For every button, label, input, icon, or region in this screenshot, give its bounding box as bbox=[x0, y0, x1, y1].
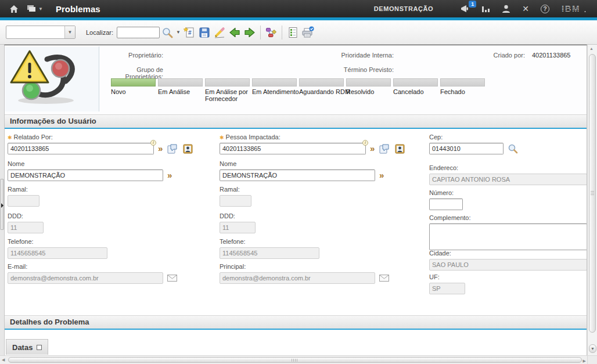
owner-label: Proprietário: bbox=[103, 52, 163, 59]
affected-person-input[interactable] bbox=[220, 143, 366, 154]
sidebar-expand-handle[interactable] bbox=[0, 179, 4, 230]
status-em-analise-fornecedor: Em Análise por Fornecedor bbox=[205, 78, 250, 102]
dates-label: Datas bbox=[12, 343, 33, 352]
reported-ramal-input bbox=[8, 195, 39, 207]
field-complement: Complemento: bbox=[429, 214, 587, 253]
home-icon[interactable] bbox=[9, 5, 19, 13]
previous-record-icon[interactable] bbox=[227, 25, 242, 40]
field-cep: Cep: bbox=[429, 134, 518, 154]
field-reported-ddd: DDD: bbox=[8, 212, 44, 233]
uf-input bbox=[429, 283, 465, 294]
contact-log-icon[interactable] bbox=[379, 143, 390, 154]
scroll-down-icon[interactable]: ▼ bbox=[589, 344, 596, 353]
record-header: Proprietário: Grupo de Proprietários: Pr… bbox=[5, 45, 587, 114]
field-reported-phone: Telefone: bbox=[8, 238, 107, 259]
new-record-icon[interactable]: # bbox=[182, 25, 197, 40]
status-aguardando-rdm: Aguardando RDM bbox=[299, 78, 344, 102]
field-reported-by: ✱Relatado Por: i » bbox=[8, 134, 193, 154]
detail-menu-icon[interactable]: » bbox=[158, 145, 163, 153]
scrollbar-corner bbox=[587, 355, 597, 364]
reported-name-input[interactable] bbox=[8, 170, 163, 181]
status-fechado: Fechado bbox=[440, 78, 485, 102]
field-affected-email: Principal: bbox=[220, 263, 389, 284]
person-details-icon[interactable] bbox=[394, 143, 405, 154]
scroll-right-icon[interactable]: ▶ bbox=[583, 359, 586, 363]
affected-name-input[interactable] bbox=[220, 170, 375, 181]
email-icon[interactable] bbox=[379, 275, 389, 282]
info-icon[interactable]: i bbox=[150, 140, 156, 146]
affected-email-input bbox=[220, 272, 375, 284]
clear-changes-icon[interactable] bbox=[212, 25, 227, 40]
created-by-label: Criado por: bbox=[469, 52, 525, 59]
horizontal-scroll-thumb[interactable]: ▶ bbox=[8, 357, 582, 363]
svg-text:#: # bbox=[188, 30, 192, 36]
reports-icon[interactable] bbox=[285, 25, 300, 40]
logout-icon[interactable]: ✕ bbox=[522, 5, 529, 13]
maximize-icon[interactable] bbox=[37, 345, 42, 350]
field-affected-name: Nome » bbox=[220, 160, 384, 181]
help-icon[interactable]: ? bbox=[541, 5, 549, 13]
next-record-icon[interactable] bbox=[242, 25, 257, 40]
field-affected-person: ✱Pessoa Impactada: i » bbox=[220, 134, 405, 154]
email-icon[interactable] bbox=[167, 275, 177, 282]
save-icon[interactable] bbox=[197, 25, 212, 40]
status-workflow-bar: Novo Em Análise Em Análise por Fornecedo… bbox=[111, 78, 487, 102]
field-reported-name: Nome » bbox=[8, 160, 172, 181]
ibm-logo: IBM bbox=[561, 4, 587, 13]
field-city: Cidade: bbox=[429, 250, 587, 271]
horizontal-scrollbar[interactable]: ◀ ▶ bbox=[0, 355, 587, 364]
main-content: Proprietário: Grupo de Proprietários: Pr… bbox=[4, 45, 587, 355]
vertical-scrollbar[interactable]: ▲ ▼ bbox=[587, 45, 597, 355]
detail-menu-icon[interactable]: » bbox=[370, 145, 375, 153]
search-caret-icon[interactable]: ▼ bbox=[176, 30, 181, 35]
contact-log-icon[interactable] bbox=[167, 143, 178, 154]
address-input bbox=[429, 174, 587, 185]
status-cancelado: Cancelado bbox=[393, 78, 438, 102]
cep-input[interactable] bbox=[429, 143, 504, 154]
field-affected-ddd: DDD: bbox=[220, 212, 256, 233]
info-icon[interactable]: i bbox=[362, 140, 368, 146]
record-type-icon bbox=[5, 46, 99, 111]
status-em-atendimento: Em Atendimento bbox=[252, 78, 297, 102]
action-select[interactable]: ▼ bbox=[6, 26, 75, 39]
affected-ramal-input bbox=[220, 195, 251, 207]
find-input[interactable] bbox=[117, 27, 160, 38]
announcements-icon[interactable]: 1 bbox=[460, 5, 470, 13]
number-input[interactable] bbox=[429, 199, 463, 210]
scroll-up-icon[interactable]: ▲ bbox=[589, 46, 594, 51]
combo-caret-icon[interactable]: ▼ bbox=[64, 26, 75, 38]
toolbar-separator bbox=[260, 26, 261, 39]
print-icon[interactable] bbox=[300, 25, 315, 40]
complement-textarea[interactable] bbox=[429, 224, 587, 250]
field-reported-ramal: Ramal: bbox=[8, 186, 39, 207]
application-window: ▼ Problemas DEMONSTRAÇÃO 1 ✕ ? IBM bbox=[0, 0, 597, 364]
find-label: Localizar: bbox=[86, 29, 113, 36]
status-resolvido: Resolvido bbox=[346, 78, 391, 102]
page-title: Problemas bbox=[56, 4, 100, 14]
workflow-icon[interactable] bbox=[264, 25, 279, 40]
city-input bbox=[429, 259, 587, 271]
reported-phone-input bbox=[8, 247, 107, 259]
status-em-analise: Em Análise bbox=[158, 78, 203, 102]
charts-icon[interactable] bbox=[481, 5, 490, 13]
cep-lookup-icon[interactable] bbox=[508, 143, 518, 154]
reported-ddd-input bbox=[8, 222, 44, 233]
scroll-left-icon[interactable]: ◀ bbox=[2, 358, 5, 362]
created-by-value: 40201133865 bbox=[532, 52, 570, 59]
reported-by-input[interactable] bbox=[8, 143, 154, 154]
vertical-scroll-thumb[interactable] bbox=[589, 54, 596, 333]
screens-caret-icon: ▼ bbox=[38, 6, 43, 12]
person-details-icon[interactable] bbox=[182, 143, 193, 154]
search-icon[interactable] bbox=[160, 25, 175, 40]
reported-email-input bbox=[8, 272, 163, 284]
status-novo: Novo bbox=[111, 78, 156, 102]
toolbar: ▼ Localizar: ▼ # bbox=[0, 20, 597, 45]
field-affected-phone: Telefone: bbox=[220, 238, 319, 259]
priority-label: Prioridade Interna: bbox=[330, 52, 394, 59]
detail-menu-icon[interactable]: » bbox=[379, 171, 384, 179]
detail-menu-icon[interactable]: » bbox=[167, 171, 172, 179]
dates-subsection-header[interactable]: Datas bbox=[6, 339, 48, 355]
field-reported-email: E-mail: bbox=[8, 263, 177, 284]
screens-menu-icon[interactable]: ▼ bbox=[27, 5, 43, 13]
profile-icon[interactable] bbox=[502, 5, 510, 13]
